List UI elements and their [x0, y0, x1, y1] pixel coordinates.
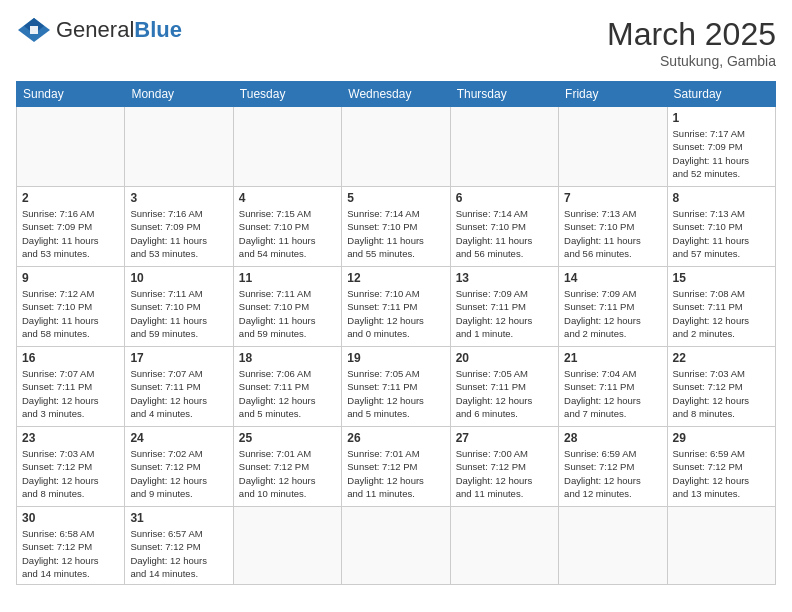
calendar-day-cell: 21Sunrise: 7:04 AM Sunset: 7:11 PM Dayli…: [559, 347, 667, 427]
day-info: Sunrise: 7:02 AM Sunset: 7:12 PM Dayligh…: [130, 447, 227, 500]
day-info: Sunrise: 7:15 AM Sunset: 7:10 PM Dayligh…: [239, 207, 336, 260]
day-number: 1: [673, 111, 770, 125]
calendar-day-cell: 5Sunrise: 7:14 AM Sunset: 7:10 PM Daylig…: [342, 187, 450, 267]
day-info: Sunrise: 7:03 AM Sunset: 7:12 PM Dayligh…: [673, 367, 770, 420]
calendar-week-row: 16Sunrise: 7:07 AM Sunset: 7:11 PM Dayli…: [17, 347, 776, 427]
calendar-table: Sunday Monday Tuesday Wednesday Thursday…: [16, 81, 776, 585]
day-number: 31: [130, 511, 227, 525]
day-number: 9: [22, 271, 119, 285]
calendar-day-cell: 23Sunrise: 7:03 AM Sunset: 7:12 PM Dayli…: [17, 427, 125, 507]
day-info: Sunrise: 7:14 AM Sunset: 7:10 PM Dayligh…: [456, 207, 553, 260]
day-number: 19: [347, 351, 444, 365]
day-info: Sunrise: 6:57 AM Sunset: 7:12 PM Dayligh…: [130, 527, 227, 580]
day-number: 16: [22, 351, 119, 365]
calendar-day-cell: 26Sunrise: 7:01 AM Sunset: 7:12 PM Dayli…: [342, 427, 450, 507]
calendar-day-cell: 8Sunrise: 7:13 AM Sunset: 7:10 PM Daylig…: [667, 187, 775, 267]
day-info: Sunrise: 7:00 AM Sunset: 7:12 PM Dayligh…: [456, 447, 553, 500]
calendar-day-cell: 30Sunrise: 6:58 AM Sunset: 7:12 PM Dayli…: [17, 507, 125, 585]
calendar-day-cell: [125, 107, 233, 187]
day-info: Sunrise: 7:13 AM Sunset: 7:10 PM Dayligh…: [564, 207, 661, 260]
month-year-title: March 2025: [607, 16, 776, 53]
day-info: Sunrise: 7:09 AM Sunset: 7:11 PM Dayligh…: [564, 287, 661, 340]
day-number: 6: [456, 191, 553, 205]
day-info: Sunrise: 7:11 AM Sunset: 7:10 PM Dayligh…: [130, 287, 227, 340]
calendar-day-cell: 6Sunrise: 7:14 AM Sunset: 7:10 PM Daylig…: [450, 187, 558, 267]
day-info: Sunrise: 7:14 AM Sunset: 7:10 PM Dayligh…: [347, 207, 444, 260]
day-number: 12: [347, 271, 444, 285]
day-number: 26: [347, 431, 444, 445]
calendar-day-cell: 31Sunrise: 6:57 AM Sunset: 7:12 PM Dayli…: [125, 507, 233, 585]
day-info: Sunrise: 7:06 AM Sunset: 7:11 PM Dayligh…: [239, 367, 336, 420]
calendar-day-cell: 24Sunrise: 7:02 AM Sunset: 7:12 PM Dayli…: [125, 427, 233, 507]
calendar-day-cell: [342, 507, 450, 585]
calendar-day-cell: [667, 507, 775, 585]
svg-rect-2: [30, 26, 38, 34]
calendar-day-cell: 1Sunrise: 7:17 AM Sunset: 7:09 PM Daylig…: [667, 107, 775, 187]
day-number: 24: [130, 431, 227, 445]
calendar-week-row: 30Sunrise: 6:58 AM Sunset: 7:12 PM Dayli…: [17, 507, 776, 585]
calendar-day-cell: [233, 507, 341, 585]
calendar-week-row: 1Sunrise: 7:17 AM Sunset: 7:09 PM Daylig…: [17, 107, 776, 187]
col-friday: Friday: [559, 82, 667, 107]
calendar-header-row: Sunday Monday Tuesday Wednesday Thursday…: [17, 82, 776, 107]
logo: GeneralBlue: [16, 16, 182, 44]
day-info: Sunrise: 7:11 AM Sunset: 7:10 PM Dayligh…: [239, 287, 336, 340]
day-number: 14: [564, 271, 661, 285]
calendar-day-cell: 17Sunrise: 7:07 AM Sunset: 7:11 PM Dayli…: [125, 347, 233, 427]
day-info: Sunrise: 7:07 AM Sunset: 7:11 PM Dayligh…: [130, 367, 227, 420]
calendar-day-cell: 18Sunrise: 7:06 AM Sunset: 7:11 PM Dayli…: [233, 347, 341, 427]
calendar-day-cell: 27Sunrise: 7:00 AM Sunset: 7:12 PM Dayli…: [450, 427, 558, 507]
day-info: Sunrise: 7:10 AM Sunset: 7:11 PM Dayligh…: [347, 287, 444, 340]
calendar-day-cell: 13Sunrise: 7:09 AM Sunset: 7:11 PM Dayli…: [450, 267, 558, 347]
calendar-day-cell: [450, 507, 558, 585]
col-thursday: Thursday: [450, 82, 558, 107]
day-number: 30: [22, 511, 119, 525]
calendar-day-cell: 11Sunrise: 7:11 AM Sunset: 7:10 PM Dayli…: [233, 267, 341, 347]
day-info: Sunrise: 7:07 AM Sunset: 7:11 PM Dayligh…: [22, 367, 119, 420]
day-number: 4: [239, 191, 336, 205]
page-header: GeneralBlue March 2025 Sutukung, Gambia: [16, 16, 776, 69]
calendar-day-cell: 22Sunrise: 7:03 AM Sunset: 7:12 PM Dayli…: [667, 347, 775, 427]
day-info: Sunrise: 7:17 AM Sunset: 7:09 PM Dayligh…: [673, 127, 770, 180]
day-number: 3: [130, 191, 227, 205]
day-info: Sunrise: 7:16 AM Sunset: 7:09 PM Dayligh…: [22, 207, 119, 260]
col-tuesday: Tuesday: [233, 82, 341, 107]
calendar-day-cell: [450, 107, 558, 187]
day-number: 5: [347, 191, 444, 205]
calendar-day-cell: 3Sunrise: 7:16 AM Sunset: 7:09 PM Daylig…: [125, 187, 233, 267]
col-monday: Monday: [125, 82, 233, 107]
day-number: 10: [130, 271, 227, 285]
calendar-day-cell: 10Sunrise: 7:11 AM Sunset: 7:10 PM Dayli…: [125, 267, 233, 347]
day-info: Sunrise: 7:04 AM Sunset: 7:11 PM Dayligh…: [564, 367, 661, 420]
calendar-day-cell: 2Sunrise: 7:16 AM Sunset: 7:09 PM Daylig…: [17, 187, 125, 267]
calendar-day-cell: 28Sunrise: 6:59 AM Sunset: 7:12 PM Dayli…: [559, 427, 667, 507]
day-number: 27: [456, 431, 553, 445]
logo-text: GeneralBlue: [56, 17, 182, 43]
day-number: 13: [456, 271, 553, 285]
day-number: 25: [239, 431, 336, 445]
calendar-day-cell: 15Sunrise: 7:08 AM Sunset: 7:11 PM Dayli…: [667, 267, 775, 347]
day-info: Sunrise: 7:09 AM Sunset: 7:11 PM Dayligh…: [456, 287, 553, 340]
day-info: Sunrise: 7:03 AM Sunset: 7:12 PM Dayligh…: [22, 447, 119, 500]
calendar-day-cell: [342, 107, 450, 187]
location-subtitle: Sutukung, Gambia: [607, 53, 776, 69]
day-info: Sunrise: 6:59 AM Sunset: 7:12 PM Dayligh…: [673, 447, 770, 500]
day-info: Sunrise: 7:05 AM Sunset: 7:11 PM Dayligh…: [347, 367, 444, 420]
calendar-day-cell: [17, 107, 125, 187]
calendar-day-cell: 20Sunrise: 7:05 AM Sunset: 7:11 PM Dayli…: [450, 347, 558, 427]
day-number: 23: [22, 431, 119, 445]
day-info: Sunrise: 7:16 AM Sunset: 7:09 PM Dayligh…: [130, 207, 227, 260]
day-number: 17: [130, 351, 227, 365]
calendar-day-cell: 7Sunrise: 7:13 AM Sunset: 7:10 PM Daylig…: [559, 187, 667, 267]
day-number: 2: [22, 191, 119, 205]
day-number: 21: [564, 351, 661, 365]
day-number: 28: [564, 431, 661, 445]
calendar-day-cell: 4Sunrise: 7:15 AM Sunset: 7:10 PM Daylig…: [233, 187, 341, 267]
day-number: 22: [673, 351, 770, 365]
day-number: 7: [564, 191, 661, 205]
calendar-day-cell: 29Sunrise: 6:59 AM Sunset: 7:12 PM Dayli…: [667, 427, 775, 507]
col-wednesday: Wednesday: [342, 82, 450, 107]
day-info: Sunrise: 7:12 AM Sunset: 7:10 PM Dayligh…: [22, 287, 119, 340]
calendar-day-cell: [559, 107, 667, 187]
day-number: 8: [673, 191, 770, 205]
